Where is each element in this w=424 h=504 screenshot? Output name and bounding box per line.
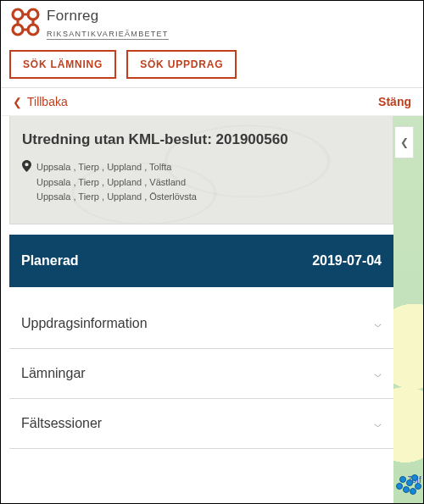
search-finding-button[interactable]: SÖK LÄMNING	[9, 50, 116, 79]
brand-title: Fornreg	[47, 8, 169, 25]
map-markers	[394, 446, 420, 496]
section-label: Fältsessioner	[21, 416, 102, 431]
location-line: Uppsala , Tierp , Uppland , Tolfta	[36, 160, 197, 175]
chevron-left-icon: ❮	[13, 96, 22, 108]
accordion: Uppdragsinformation ⌵ Lämningar ⌵ Fältse…	[9, 299, 393, 449]
detail-panel: Utredning utan KML-beslut: 201900560 Upp…	[9, 116, 393, 449]
search-mission-button[interactable]: SÖK UPPDRAG	[126, 50, 237, 79]
svg-point-3	[28, 25, 38, 35]
section-label: Lämningar	[21, 366, 86, 381]
brand: Fornreg RIKSANTIKVARIEÄMBETET	[9, 6, 415, 40]
svg-point-1	[28, 9, 38, 19]
section-faltsessioner[interactable]: Fältsessioner ⌵	[9, 399, 393, 449]
location-lines: Uppsala , Tierp , Uppland , Tolfta Uppsa…	[36, 160, 197, 205]
app-header: Fornreg RIKSANTIKVARIEÄMBETET	[1, 1, 423, 40]
map-background[interactable]: Tolf	[393, 111, 423, 503]
status-bar: Planerad 2019-07-04	[9, 235, 393, 287]
section-lamningar[interactable]: Lämningar ⌵	[9, 349, 393, 399]
section-label: Uppdragsinformation	[21, 316, 148, 331]
back-label: Tillbaka	[27, 95, 68, 108]
breadcrumb: ❮ Tillbaka Stäng	[1, 88, 423, 116]
location-pin-icon	[22, 160, 31, 172]
svg-point-2	[13, 25, 23, 35]
panel-collapse-button[interactable]: ❮	[395, 126, 414, 158]
location-line: Uppsala , Tierp , Uppland , Västland	[36, 175, 197, 191]
chevron-down-icon: ⌵	[374, 318, 382, 330]
location-line: Uppsala , Tierp , Uppland , Österlövsta	[36, 190, 197, 205]
status-date: 2019-07-04	[312, 253, 382, 269]
logo-icon	[9, 6, 42, 38]
chevron-down-icon: ⌵	[374, 368, 382, 379]
chevron-down-icon: ⌵	[374, 418, 382, 429]
close-link[interactable]: Stäng	[378, 95, 411, 108]
svg-point-0	[13, 9, 23, 19]
search-button-row: SÖK LÄMNING SÖK UPPDRAG	[1, 40, 423, 87]
brand-subtitle: RIKSANTIKVARIEÄMBETET	[47, 30, 169, 40]
back-link[interactable]: ❮ Tillbaka	[13, 95, 68, 108]
chevron-left-icon: ❮	[400, 136, 409, 148]
title-block: Utredning utan KML-beslut: 201900560 Upp…	[9, 116, 393, 224]
status-label: Planerad	[21, 253, 79, 269]
page-title: Utredning utan KML-beslut: 201900560	[22, 131, 381, 148]
section-uppdragsinformation[interactable]: Uppdragsinformation ⌵	[9, 299, 393, 349]
